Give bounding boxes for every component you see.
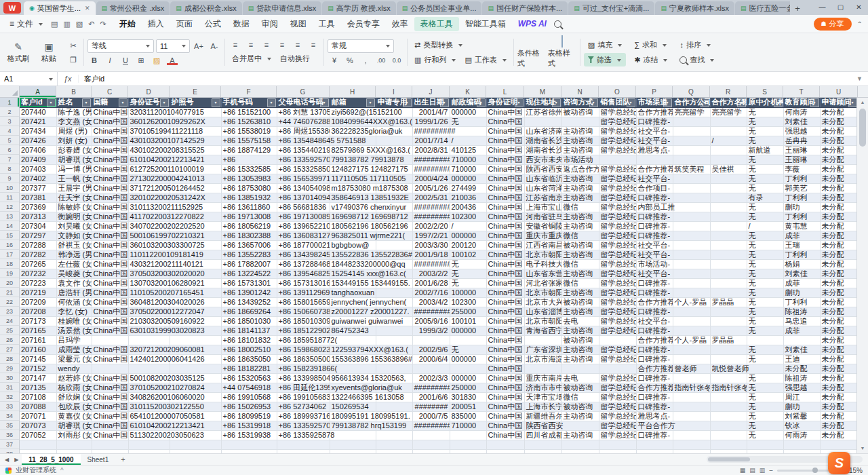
cell[interactable]: 32010220020531242X [128, 193, 170, 202]
cell[interactable]: 山东省东营 [524, 269, 561, 278]
cell[interactable]: 口碑推荐- [636, 288, 673, 297]
cell[interactable]: 留学总经纪 [599, 421, 636, 430]
cell[interactable]: 被动咨询 [561, 240, 599, 250]
cell[interactable]: 被动咨询 [561, 402, 599, 411]
cell[interactable]: 207145 [20, 354, 56, 364]
vertical-scrollbar[interactable]: ▲ ▼ [856, 98, 868, 453]
filter-dropdown-icon[interactable]: ▾ [627, 98, 635, 107]
cell[interactable]: +86 1391129694 [277, 288, 330, 297]
cell[interactable]: 207304 [20, 221, 56, 231]
align-center-icon[interactable]: ≡ [291, 39, 304, 50]
cell[interactable]: 未分配 [820, 421, 856, 430]
cell[interactable]: 无 [747, 354, 783, 364]
zoom-slider-thumb[interactable] [812, 468, 818, 473]
cell[interactable]: 200051 [450, 402, 486, 411]
cell[interactable]: 207406 [20, 145, 56, 155]
font-color-button[interactable]: A [165, 55, 179, 66]
cell[interactable]: 207313 [20, 212, 56, 221]
cell[interactable]: China中国 [92, 421, 128, 430]
cell[interactable] [673, 202, 710, 212]
cell[interactable] [376, 402, 412, 411]
cell[interactable]: 社交平台- [636, 174, 673, 183]
row-number[interactable]: 28 [0, 354, 19, 364]
cell[interactable] [128, 364, 170, 373]
cell[interactable]: 留学总经纪 [599, 392, 636, 402]
cell[interactable]: 630103199903020823 [128, 326, 170, 335]
cell[interactable]: +86 18669264 [221, 307, 277, 316]
cell[interactable] [412, 364, 450, 373]
cell[interactable] [376, 240, 412, 250]
cell[interactable]: 430102200208315525 [128, 145, 170, 155]
cell[interactable]: 岳冉冉 [783, 136, 820, 145]
cell[interactable]: 汤景然 (女) [56, 326, 92, 335]
cell[interactable]: 微信 [561, 231, 599, 240]
column-header-cell[interactable]: 申请顾问▾ [820, 98, 856, 107]
cell[interactable]: 强思越 [783, 126, 820, 136]
cell[interactable]: 成雨莹 (女) [56, 345, 92, 354]
cell[interactable]: 留学总经纪 [599, 383, 636, 392]
cell[interactable] [747, 364, 783, 373]
cell[interactable]: 135522836 135522836# [330, 250, 376, 259]
cell[interactable]: +86 13851932 [221, 193, 277, 202]
cell[interactable]: 207223 [20, 278, 56, 288]
new-document-tab-button[interactable]: + [790, 1, 805, 15]
cell[interactable]: 主动咨询 [561, 145, 599, 155]
cell[interactable]: 个人-罗晶 [673, 335, 710, 345]
cell[interactable]: 未分配 [820, 402, 856, 411]
cell[interactable]: 411702200312270822 [128, 212, 170, 221]
cell[interactable]: 胡睿琪 (女) [56, 155, 92, 164]
cell[interactable]: 北京市大兴 [524, 297, 561, 307]
filter-dropdown-icon[interactable]: ▾ [701, 98, 709, 107]
cell[interactable]: 未分配 [820, 297, 856, 307]
cell[interactable]: 留学总经纪 [599, 411, 636, 421]
cell[interactable]: 2002/5/31 [412, 193, 450, 202]
column-header-cell[interactable]: 客户id▾ [20, 98, 56, 107]
underline-button[interactable]: U [119, 55, 132, 66]
column-letter[interactable]: M [524, 86, 561, 97]
cell[interactable] [20, 440, 56, 449]
paste-button[interactable]: ▣ 粘贴 [35, 41, 63, 64]
cell[interactable] [376, 430, 412, 440]
cell[interactable]: 王丽琳 [783, 145, 820, 155]
align-bottom-icon[interactable]: ≡ [260, 39, 273, 50]
cell[interactable]: 207381 [20, 193, 56, 202]
cell[interactable]: 主动咨询 [561, 221, 599, 231]
cell[interactable]: 刘素佳 [783, 345, 820, 354]
cell[interactable]: 610104200212213421 [128, 155, 170, 164]
menu-item[interactable]: 智能工具箱 [459, 17, 512, 31]
cell[interactable]: 无 [747, 373, 783, 383]
format-painter-button[interactable]: ✎ 格式刷 [4, 41, 33, 64]
cell[interactable] [673, 231, 710, 240]
cell[interactable]: 2005/1/26 [412, 183, 450, 193]
cell[interactable]: China中国 [486, 107, 524, 117]
cell[interactable] [277, 440, 330, 449]
cell[interactable]: 社交平台- [636, 269, 673, 278]
cell[interactable] [524, 335, 561, 345]
align-left-icon[interactable]: ≡ [275, 39, 289, 50]
cut-button[interactable]: ✂ [66, 40, 80, 51]
redo-icon[interactable]: ↷ [98, 20, 108, 28]
wrap-text-button[interactable]: 自动换行 [277, 52, 313, 65]
cell[interactable] [599, 440, 636, 449]
cell[interactable]: 864752343 [330, 326, 376, 335]
cell[interactable]: +86 1533258500 [277, 164, 330, 174]
fill-color-button[interactable]: ▨ [150, 55, 163, 66]
cell[interactable]: +86 13439252 [221, 297, 277, 307]
cell[interactable] [673, 136, 710, 145]
cell[interactable]: 207265 [20, 259, 56, 269]
cell[interactable]: 主动咨询 [561, 345, 599, 354]
row-number[interactable]: 34 [0, 411, 19, 421]
scroll-down-icon[interactable]: ▼ [861, 444, 865, 453]
cell[interactable]: 155363896 155363896# [330, 354, 376, 364]
cell[interactable]: China中国 [486, 411, 524, 421]
menu-item[interactable]: 开始 [113, 17, 142, 31]
cell[interactable]: 主动咨询 [561, 174, 599, 183]
filter-dropdown-icon[interactable]: ▾ [267, 98, 276, 107]
floating-app-badge[interactable]: S [828, 452, 850, 474]
cell[interactable] [486, 440, 524, 449]
decrease-decimal-button[interactable]: 0.0 [390, 55, 403, 66]
cell[interactable]: +86 15319938 [221, 430, 277, 440]
cell[interactable] [710, 326, 747, 335]
cell[interactable]: / [450, 221, 486, 231]
column-header-cell[interactable]: 手机号码▾ [221, 98, 277, 107]
